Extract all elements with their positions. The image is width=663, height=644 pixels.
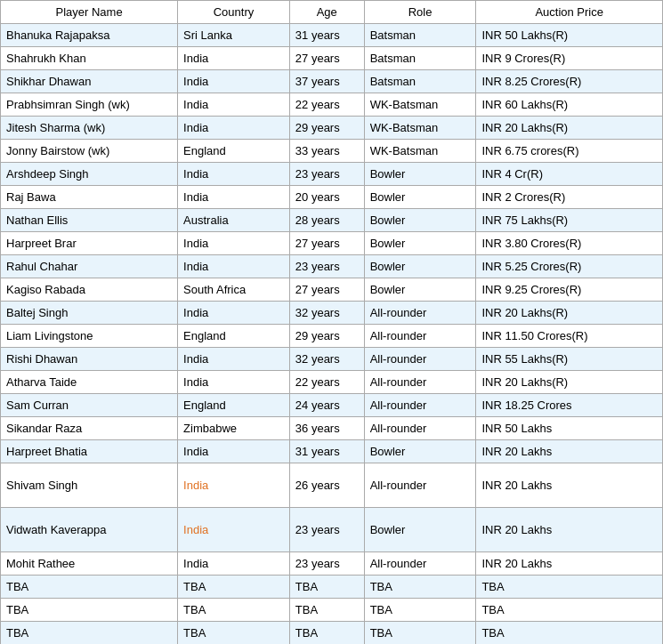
- cell-price: TBA: [476, 599, 663, 622]
- cell-age: 28 years: [289, 209, 364, 232]
- cell-role: Bowler: [364, 209, 476, 232]
- table-row: TBATBATBATBATBA: [1, 576, 663, 599]
- table-row: Baltej SinghIndia32 yearsAll-rounderINR …: [1, 302, 663, 325]
- cell-price: INR 50 Lakhs: [476, 417, 663, 440]
- cell-country: India: [178, 508, 290, 552]
- cell-age: 20 years: [289, 186, 364, 209]
- cell-country: Sri Lanka: [178, 24, 290, 47]
- cell-player: Jitesh Sharma (wk): [1, 117, 178, 140]
- cell-role: Bowler: [364, 163, 476, 186]
- cell-country: England: [178, 394, 290, 417]
- cell-age: 31 years: [289, 24, 364, 47]
- cell-role: All-rounder: [364, 348, 476, 371]
- cell-player: Sikandar Raza: [1, 417, 178, 440]
- header-player: Player Name: [1, 1, 178, 24]
- header-age: Age: [289, 1, 364, 24]
- cell-player: Shivam Singh: [1, 463, 178, 508]
- cell-country: India: [178, 93, 290, 117]
- cell-country: India: [178, 163, 290, 186]
- cell-price: INR 3.80 Crores(R): [476, 232, 663, 255]
- cell-price: INR 11.50 Crores(R): [476, 325, 663, 348]
- cell-player: Shahrukh Khan: [1, 47, 178, 70]
- table-row: Liam LivingstoneEngland29 yearsAll-round…: [1, 325, 663, 348]
- cell-country: India: [178, 186, 290, 209]
- cell-role: All-rounder: [364, 552, 476, 576]
- cell-player: TBA: [1, 576, 178, 599]
- table-row: Sikandar RazaZimbabwe36 yearsAll-rounder…: [1, 417, 663, 440]
- cell-role: Batsman: [364, 47, 476, 70]
- cell-role: Batsman: [364, 70, 476, 93]
- cell-player: Rishi Dhawan: [1, 348, 178, 371]
- table-row: Bhanuka RajapaksaSri Lanka31 yearsBatsma…: [1, 24, 663, 47]
- cell-age: 22 years: [289, 371, 364, 394]
- table-row: Harpreet BrarIndia27 yearsBowlerINR 3.80…: [1, 232, 663, 255]
- cell-age: 27 years: [289, 278, 364, 302]
- cell-price: INR 20 Lakhs(R): [476, 117, 663, 140]
- cell-price: INR 9 Crores(R): [476, 47, 663, 70]
- cell-role: WK-Batsman: [364, 117, 476, 140]
- cell-price: INR 75 Lakhs(R): [476, 209, 663, 232]
- cell-country: Australia: [178, 209, 290, 232]
- cell-age: 23 years: [289, 508, 364, 552]
- cell-age: TBA: [289, 576, 364, 599]
- cell-role: All-rounder: [364, 302, 476, 325]
- cell-player: Harpreet Brar: [1, 232, 178, 255]
- cell-age: 29 years: [289, 325, 364, 348]
- cell-role: Bowler: [364, 278, 476, 302]
- cell-price: INR 6.75 crores(R): [476, 140, 663, 163]
- cell-role: Bowler: [364, 440, 476, 463]
- cell-role: TBA: [364, 576, 476, 599]
- cell-age: TBA: [289, 599, 364, 622]
- cell-country: India: [178, 302, 290, 325]
- header-role: Role: [364, 1, 476, 24]
- cell-player: Jonny Bairstow (wk): [1, 140, 178, 163]
- cell-age: 23 years: [289, 163, 364, 186]
- table-row: Atharva TaideIndia22 yearsAll-rounderINR…: [1, 371, 663, 394]
- table-row: Vidwath KaverappaIndia23 yearsBowlerINR …: [1, 508, 663, 552]
- cell-player: Nathan Ellis: [1, 209, 178, 232]
- header-country: Country: [178, 1, 290, 24]
- cell-country: India: [178, 440, 290, 463]
- cell-country: South Africa: [178, 278, 290, 302]
- cell-age: 22 years: [289, 93, 364, 117]
- cell-age: 23 years: [289, 255, 364, 278]
- cell-age: 36 years: [289, 417, 364, 440]
- table-row: Raj BawaIndia20 yearsBowlerINR 2 Crores(…: [1, 186, 663, 209]
- cell-country: India: [178, 348, 290, 371]
- cell-age: 24 years: [289, 394, 364, 417]
- cell-price: INR 5.25 Crores(R): [476, 255, 663, 278]
- cell-country: India: [178, 255, 290, 278]
- cell-role: All-rounder: [364, 371, 476, 394]
- cell-price: INR 2 Crores(R): [476, 186, 663, 209]
- cell-player: Atharva Taide: [1, 371, 178, 394]
- cell-price: INR 60 Lakhs(R): [476, 93, 663, 117]
- table-row: TBATBATBATBATBA: [1, 622, 663, 645]
- cell-role: All-rounder: [364, 394, 476, 417]
- cell-role: Bowler: [364, 232, 476, 255]
- cell-age: 31 years: [289, 440, 364, 463]
- cell-age: 27 years: [289, 47, 364, 70]
- cell-role: Batsman: [364, 24, 476, 47]
- cell-role: TBA: [364, 599, 476, 622]
- cell-player: Kagiso Rabada: [1, 278, 178, 302]
- cell-age: 23 years: [289, 552, 364, 576]
- table-row: Mohit RatheeIndia23 yearsAll-rounderINR …: [1, 552, 663, 576]
- table-row: Prabhsimran Singh (wk)India22 yearsWK-Ba…: [1, 93, 663, 117]
- cell-price: TBA: [476, 622, 663, 645]
- cell-player: Bhanuka Rajapaksa: [1, 24, 178, 47]
- cell-country: TBA: [178, 622, 290, 645]
- cell-age: 37 years: [289, 70, 364, 93]
- cell-price: INR 9.25 Crores(R): [476, 278, 663, 302]
- cell-price: TBA: [476, 576, 663, 599]
- cell-player: Shikhar Dhawan: [1, 70, 178, 93]
- cell-age: 27 years: [289, 232, 364, 255]
- cell-player: Raj Bawa: [1, 186, 178, 209]
- cell-price: INR 20 Lakhs: [476, 508, 663, 552]
- cell-age: 32 years: [289, 348, 364, 371]
- table-row: Kagiso RabadaSouth Africa27 yearsBowlerI…: [1, 278, 663, 302]
- cell-country: India: [178, 47, 290, 70]
- cell-player: TBA: [1, 622, 178, 645]
- cell-country: England: [178, 325, 290, 348]
- table-row: TBATBATBATBATBA: [1, 599, 663, 622]
- cell-age: TBA: [289, 622, 364, 645]
